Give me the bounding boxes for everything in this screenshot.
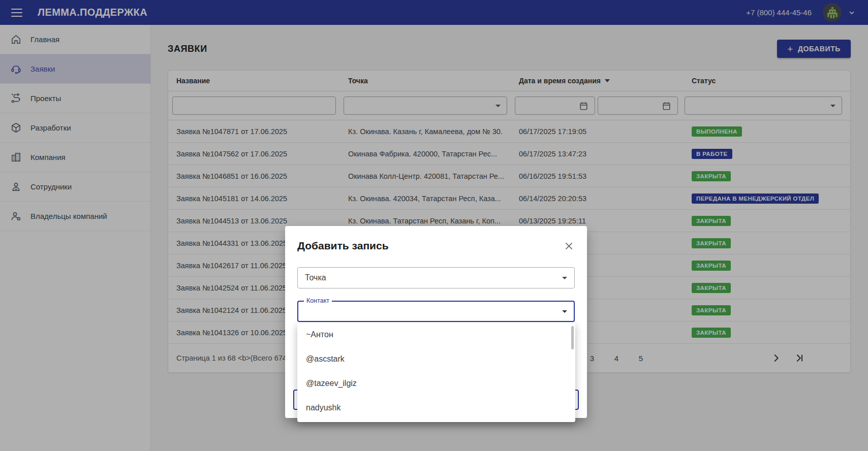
dialog-title: Добавить запись [297, 240, 389, 252]
contact-options-dropdown: ~Антон@ascstark@tazeev_ilgiznadyushk [297, 323, 575, 422]
contact-option[interactable]: @tazeev_ilgiz [297, 371, 575, 396]
contact-option[interactable]: nadyushk [297, 396, 575, 420]
chevron-down-icon [562, 310, 567, 313]
contact-field-label: Контакт [304, 297, 332, 304]
contact-option[interactable]: ~Антон [297, 323, 575, 347]
contact-option[interactable]: @ascstark [297, 347, 575, 371]
application-window: ЛЕММА.ПОДДЕРЖКА +7 (800) 444-45-46 Главн… [0, 0, 868, 451]
close-icon[interactable] [563, 240, 575, 252]
point-select[interactable]: Точка [297, 267, 575, 288]
contact-autocomplete-input[interactable]: Контакт [297, 301, 575, 322]
scrollbar[interactable] [571, 326, 574, 349]
chevron-down-icon [562, 277, 567, 279]
